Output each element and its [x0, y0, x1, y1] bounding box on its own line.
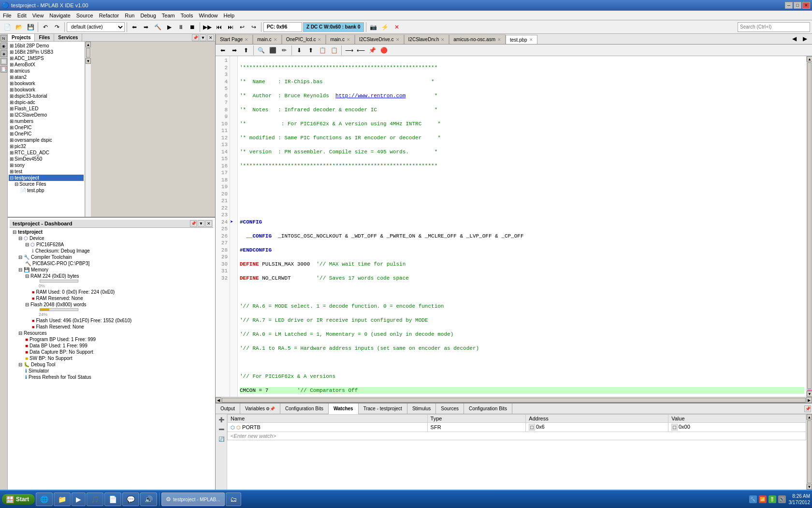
menu-refactor[interactable]: Refactor [96, 12, 122, 19]
new-watch-cell[interactable]: <Enter new watch> [228, 432, 806, 440]
dashboard-close-btn[interactable]: ✕ [205, 220, 212, 227]
taskbar-app4[interactable]: 🗂 [226, 493, 241, 506]
code-tb-2[interactable]: ➡ [229, 45, 240, 56]
tb-btn-1[interactable]: ⬅ [129, 22, 140, 32]
scroll-up-arrow[interactable]: ▲ [86, 42, 91, 47]
menu-edit[interactable]: Edit [14, 12, 29, 19]
tree-item-dspic-adc[interactable]: ⊞dspic-adc [9, 99, 84, 105]
tb-btn-12[interactable]: 📷 [368, 22, 379, 32]
btab-watches[interactable]: Watches [329, 403, 359, 414]
tree-item-16bit28p[interactable]: ⊞16bit 28P Demo [9, 43, 84, 49]
tree-item-numbers[interactable]: ⊞numbers [9, 118, 84, 124]
dashboard-menu-btn[interactable]: ▼ [198, 220, 204, 227]
menu-navigate[interactable]: Navigate [46, 12, 73, 19]
dash-device[interactable]: ⊟⬡Device [12, 235, 211, 241]
dash-ram-reserved[interactable]: ■RAM Reserved: None [12, 295, 211, 301]
tree-item-oversample[interactable]: ⊞oversample dspic [9, 137, 84, 143]
nav-icon-2[interactable]: ◉ [0, 43, 7, 49]
menu-help[interactable]: Help [221, 12, 238, 19]
taskbar-ie[interactable]: 🌐 [36, 493, 53, 506]
hscroll-thumb[interactable] [222, 398, 806, 403]
dash-memory[interactable]: ⊟💾Memory [12, 267, 211, 273]
code-scroll-thumb[interactable] [807, 62, 812, 389]
tree-item-rtc[interactable]: ⊞RTC_LED_ADC [9, 149, 84, 156]
menu-file[interactable]: File [0, 12, 14, 19]
redo-btn[interactable]: ↷ [52, 22, 62, 32]
tab-onepic-close[interactable]: ✕ [318, 37, 321, 42]
code-tb-5[interactable]: ⬛ [267, 45, 278, 56]
tb-btn-11[interactable]: ↪ [248, 22, 259, 32]
dash-refresh[interactable]: ℹPress Refresh for Tool Status [12, 374, 211, 380]
panel-pin-btn[interactable]: 📌 [192, 34, 199, 41]
dash-ram-used[interactable]: ■RAM Used: 0 (0x0) Free: 224 (0xE0) [12, 289, 211, 295]
dashboard-pin-btn[interactable]: 📌 [190, 220, 197, 227]
dash-capture-bp[interactable]: ■Data Capture BP: No Support [12, 349, 211, 355]
tree-item-16bit28pin[interactable]: ⊞16Bit 28Pin USB3 [9, 49, 84, 55]
tb-btn-7[interactable]: ▶▶ [202, 22, 213, 32]
watch-remove-btn[interactable]: ➖ [217, 425, 226, 433]
btab-trace[interactable]: Trace - testproject [359, 403, 407, 414]
open-btn[interactable]: 📂 [14, 22, 24, 32]
taskbar-media[interactable]: ▶ [72, 493, 86, 506]
menu-window[interactable]: Window [196, 12, 220, 19]
tb-btn-13[interactable]: ⚡ [380, 22, 391, 32]
watches-scroll-thumb[interactable] [807, 420, 812, 483]
tree-item-dspic33[interactable]: ⊞dspic33-tutorial [9, 93, 84, 99]
dash-flash-used[interactable]: ■Flash Used: 496 (0x1F0) Free: 1552 (0x6… [12, 317, 211, 324]
tb-btn-9[interactable]: ⏭ [225, 22, 236, 32]
nav-icon-5[interactable]: 📑 [0, 66, 7, 73]
code-tb-9[interactable]: 📋 [317, 45, 328, 56]
code-tb-14[interactable]: 🔴 [378, 45, 389, 56]
tree-item-bookwork2[interactable]: ⊞bookwork [9, 87, 84, 93]
tree-item-onepic1[interactable]: ⊞OnePIC [9, 124, 84, 131]
tab-start-close[interactable]: ✕ [245, 37, 248, 42]
tab-amicus[interactable]: amicus-no-osc.asm ✕ [449, 34, 506, 44]
dash-resources[interactable]: ⊟Resources [12, 330, 211, 336]
search-input[interactable] [738, 22, 810, 32]
tb-btn-5[interactable]: ⏸ [175, 22, 186, 32]
code-tb-7[interactable]: ⬇ [294, 45, 304, 56]
tab-main-c-2[interactable]: main.c ✕ [326, 34, 354, 44]
config-dropdown[interactable]: default (active) [67, 22, 125, 32]
scroll-thumb[interactable] [86, 48, 90, 58]
code-tb-11[interactable]: ⟶ [344, 45, 354, 56]
btab-config-bits-2[interactable]: Configuration Bits [464, 403, 512, 414]
watch-row-new[interactable]: <Enter new watch> [228, 432, 806, 440]
tb-btn-2[interactable]: ➡ [141, 22, 151, 32]
tab-prev-btn[interactable]: ◀ [789, 34, 799, 44]
tree-item-onepic2[interactable]: ⊞OnePIC [9, 131, 84, 137]
tree-item-sourcefiles[interactable]: ⊟Source Files [9, 181, 84, 187]
code-tb-4[interactable]: 🔍 [256, 45, 266, 56]
panel-close-btn[interactable]: ✕ [207, 34, 214, 41]
menu-source[interactable]: Source [73, 12, 96, 19]
nav-icon-4[interactable]: ⬜ [0, 58, 7, 65]
taskbar-app2[interactable]: 💬 [122, 493, 139, 506]
close-button[interactable]: ✕ [802, 2, 810, 9]
code-tb-6[interactable]: ✏ [279, 45, 290, 56]
save-btn[interactable]: 💾 [25, 22, 36, 32]
tree-item-pic32[interactable]: ⊞pic32 [9, 143, 84, 149]
dash-flash[interactable]: ⊟Flash 2048 (0x800) words [12, 301, 211, 308]
dash-picbasic[interactable]: 🔨PICBASIC-PRO [C:\PBP3] [12, 260, 211, 267]
tab-i2cdrive-close[interactable]: ✕ [396, 37, 400, 42]
taskbar-explorer[interactable]: 📁 [54, 493, 71, 506]
tree-scrollbar[interactable]: ▲ ▼ [85, 42, 91, 217]
tb-btn-8[interactable]: ⏮ [214, 22, 224, 32]
tree-item-simdev[interactable]: ⊞SimDev4550 [9, 156, 84, 162]
maximize-button[interactable]: □ [794, 2, 801, 9]
dash-testproject[interactable]: ⊟testproject [12, 229, 211, 235]
tab-services[interactable]: Services [54, 34, 82, 41]
val-checkbox-portb[interactable]: □ [671, 424, 678, 431]
menu-debug[interactable]: Debug [137, 12, 159, 19]
dash-compiler[interactable]: ⊟🔧Compiler Toolchain [12, 254, 211, 260]
tree-item-bookwork1[interactable]: ⊞bookwork [9, 80, 84, 87]
tree-item-testpbp[interactable]: 📄test.pbp [9, 187, 84, 194]
menu-run[interactable]: Run [122, 12, 137, 19]
tree-item-adc[interactable]: ⊞ADC_1MSPS [9, 55, 84, 61]
tab-main-c-1-close[interactable]: ✕ [274, 37, 277, 42]
watch-refresh-btn[interactable]: 🔄 [217, 434, 226, 443]
code-text[interactable]: '***************************************… [238, 56, 806, 397]
btab-output[interactable]: Output [216, 403, 240, 414]
watch-add-btn[interactable]: ➕ [217, 415, 226, 424]
nav-icon-1[interactable]: N [0, 35, 7, 42]
